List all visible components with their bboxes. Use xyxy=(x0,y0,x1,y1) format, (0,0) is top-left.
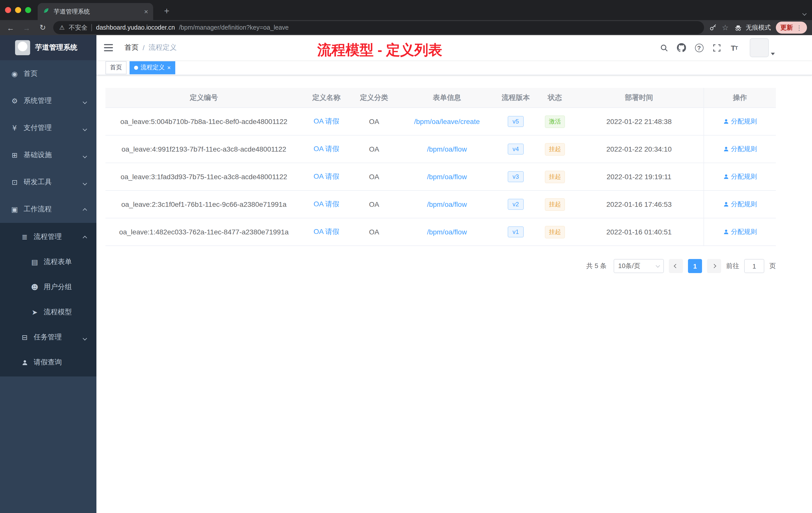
url-path: /bpm/manager/definition?key=oa_leave xyxy=(179,24,289,31)
form-info-link[interactable]: /bpm/oa/flow xyxy=(427,228,467,236)
next-page-button[interactable] xyxy=(707,259,721,273)
sidebar-item-dev-tools[interactable]: ⊡ 研发工具 xyxy=(0,169,96,196)
close-window-button[interactable] xyxy=(5,7,11,13)
table-row: oa_leave:3:1fad3d93-7b75-11ec-a3c8-acde4… xyxy=(106,163,776,191)
version-badge[interactable]: v5 xyxy=(508,116,524,127)
assign-rule-link[interactable]: 分配规则 xyxy=(723,145,757,154)
form-info-link[interactable]: /bpm/oa/flow xyxy=(427,145,467,153)
definition-name-link[interactable]: OA 请假 xyxy=(314,172,340,181)
chrome-update-button[interactable]: 更新 ⋮ xyxy=(776,22,807,34)
hamburger-icon[interactable] xyxy=(96,44,120,52)
tab-search-chevron-icon[interactable] xyxy=(803,8,806,17)
tags-view-bar: 首页 流程定义 × xyxy=(96,60,812,75)
version-badge[interactable]: v2 xyxy=(508,199,524,210)
search-icon[interactable] xyxy=(659,43,669,53)
process-list-icon: ≣ xyxy=(20,233,29,241)
sidebar-item-infrastructure[interactable]: ⊞ 基础设施 xyxy=(0,142,96,169)
definition-id: oa_leave:1:482ec033-762a-11ec-8477-a2380… xyxy=(106,218,302,245)
avatar[interactable] xyxy=(750,38,769,57)
url-host: dashboard.yudao.iocoder.cn xyxy=(96,24,175,31)
gear-icon: ⚙ xyxy=(10,97,19,105)
assign-rule-link[interactable]: 分配规则 xyxy=(723,172,757,181)
tab-title: 芋道管理系统 xyxy=(54,7,140,16)
sidebar-item-home[interactable]: ◉ 首页 xyxy=(0,60,96,87)
github-icon[interactable] xyxy=(676,43,687,53)
tag-process-definition[interactable]: 流程定义 × xyxy=(129,61,175,74)
sidebar-item-process-model[interactable]: ➤ 流程模型 xyxy=(0,300,96,325)
definition-name-link[interactable]: OA 请假 xyxy=(314,200,340,209)
deploy-time: 2022-01-16 17:46:53 xyxy=(575,191,703,218)
sidebar-item-process-form[interactable]: ▤ 流程表单 xyxy=(0,249,96,275)
breadcrumb-current: 流程定义 xyxy=(149,43,177,52)
status-badge: 挂起 xyxy=(545,171,565,183)
bookmark-star-icon[interactable]: ☆ xyxy=(722,23,729,32)
help-icon[interactable]: ? xyxy=(694,43,704,53)
goto-page-input[interactable] xyxy=(744,259,764,273)
definition-id: oa_leave:3:1fad3d93-7b75-11ec-a3c8-acde4… xyxy=(106,163,302,190)
minimize-window-button[interactable] xyxy=(15,7,21,13)
favicon-icon xyxy=(43,7,50,16)
version-badge[interactable]: v1 xyxy=(508,227,524,237)
definition-category: OA xyxy=(350,191,398,218)
screen: 芋道管理系统 × + ← → ↻ ⚠ 不安全 dashboard.yudao.i… xyxy=(0,0,812,513)
table-row: oa_leave:4:991f2193-7b7f-11ec-a3c8-acde4… xyxy=(106,135,776,163)
back-button[interactable]: ← xyxy=(5,23,16,32)
status-badge: 挂起 xyxy=(545,198,565,211)
password-key-icon[interactable] xyxy=(709,24,717,32)
navbar-actions: ? TT xyxy=(659,38,812,57)
version-badge[interactable]: v3 xyxy=(508,171,524,182)
tab-close-icon[interactable]: × xyxy=(144,7,148,16)
assign-rule-link[interactable]: 分配规则 xyxy=(723,117,757,126)
sidebar-item-task-management[interactable]: ⊟ 任务管理 xyxy=(0,325,96,350)
assign-rule-link[interactable]: 分配规则 xyxy=(723,200,757,209)
fullscreen-icon[interactable] xyxy=(712,43,722,53)
caret-down-icon xyxy=(771,53,775,55)
definition-name-link[interactable]: OA 请假 xyxy=(314,145,340,154)
sidebar-item-leave-query[interactable]: 请假查询 xyxy=(0,350,96,375)
prev-page-button[interactable] xyxy=(669,259,683,273)
status-badge: 激活 xyxy=(545,115,565,128)
security-label: 不安全 xyxy=(69,23,88,32)
dashboard-icon: ◉ xyxy=(10,70,19,78)
new-tab-button[interactable]: + xyxy=(161,5,173,18)
definition-table: 定义编号 定义名称 定义分类 表单信息 流程版本 状态 部署时间 操作 oa_l… xyxy=(106,88,776,246)
chevron-up-icon xyxy=(83,205,86,213)
version-badge[interactable]: v4 xyxy=(508,144,524,155)
assign-rule-link[interactable]: 分配规则 xyxy=(723,228,757,236)
user-group-icon: ☻ xyxy=(30,283,39,291)
chevron-down-icon xyxy=(83,333,86,341)
sidebar-item-workflow[interactable]: ▣ 工作流程 xyxy=(0,196,96,223)
tag-close-icon[interactable]: × xyxy=(167,64,171,71)
font-size-icon[interactable]: TT xyxy=(729,43,739,53)
sidebar-item-user-group[interactable]: ☻ 用户分组 xyxy=(0,275,96,300)
form-info-link[interactable]: /bpm/oa/leave/create xyxy=(414,117,480,125)
deploy-time: 2022-01-22 19:19:11 xyxy=(575,163,703,190)
maximize-window-button[interactable] xyxy=(25,7,31,13)
sidebar-logo[interactable]: 芋道管理系统 xyxy=(0,35,96,60)
breadcrumb-home[interactable]: 首页 xyxy=(124,43,139,52)
refresh-button[interactable]: ↻ xyxy=(37,23,48,32)
sidebar-item-payment[interactable]: ¥ 支付管理 xyxy=(0,115,96,142)
table-row: oa_leave:5:004b710b-7b8a-11ec-8ef0-acde4… xyxy=(106,108,776,135)
dev-tools-icon: ⊡ xyxy=(10,178,19,186)
address-divider xyxy=(92,24,92,31)
main-area: 首页 / 流程定义 流程模型 - 定义列表 ? TT xyxy=(96,35,812,513)
browser-tab[interactable]: 芋道管理系统 × xyxy=(38,3,153,20)
breadcrumb-separator: / xyxy=(143,44,145,52)
form-info-link[interactable]: /bpm/oa/flow xyxy=(427,173,467,181)
menu-dots-icon[interactable]: ⋮ xyxy=(796,24,803,31)
sidebar: 芋道管理系统 ◉ 首页 ⚙ 系统管理 ¥ 支付管理 ⊞ 基础设施 xyxy=(0,35,96,513)
definition-name-link[interactable]: OA 请假 xyxy=(314,228,340,236)
form-info-link[interactable]: /bpm/oa/flow xyxy=(427,200,467,208)
sidebar-item-system[interactable]: ⚙ 系统管理 xyxy=(0,87,96,115)
address-bar[interactable]: ⚠ 不安全 dashboard.yudao.iocoder.cn /bpm/ma… xyxy=(53,21,704,34)
browser-toolbar: ← → ↻ ⚠ 不安全 dashboard.yudao.iocoder.cn /… xyxy=(0,20,812,35)
deploy-time: 2022-01-22 21:48:38 xyxy=(575,108,703,135)
page-size-select[interactable]: 10条/页 xyxy=(614,259,664,273)
col-header-version: 流程版本 xyxy=(496,88,535,108)
page-number-1[interactable]: 1 xyxy=(688,259,702,273)
definition-name-link[interactable]: OA 请假 xyxy=(314,117,340,126)
sidebar-item-process-management[interactable]: ≣ 流程管理 xyxy=(0,224,96,249)
user-menu[interactable] xyxy=(750,38,775,57)
tag-home[interactable]: 首页 xyxy=(106,61,126,74)
